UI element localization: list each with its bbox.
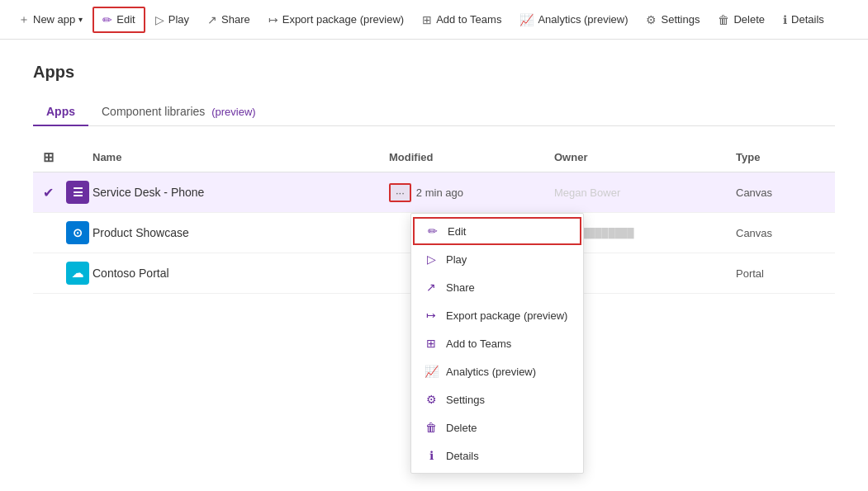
add-teams-label: Add to Teams bbox=[436, 13, 501, 26]
menu-export-label: Export package (preview) bbox=[446, 309, 567, 322]
edit-button[interactable]: ✏ Edit bbox=[92, 7, 145, 33]
row-icon-col: ☰ bbox=[63, 181, 92, 204]
add-teams-button[interactable]: ⊞ Add to Teams bbox=[414, 8, 510, 31]
settings-icon: ⚙ bbox=[646, 13, 657, 26]
details-button[interactable]: ℹ Details bbox=[775, 8, 832, 31]
menu-analytics-icon: 📈 bbox=[425, 365, 438, 378]
settings-label: Settings bbox=[661, 13, 700, 26]
tab-apps[interactable]: Apps bbox=[33, 98, 88, 126]
teams-icon: ⊞ bbox=[422, 13, 432, 26]
play-icon: ▷ bbox=[155, 13, 164, 26]
export-label: Export package (preview) bbox=[282, 13, 404, 26]
details-icon: ℹ bbox=[783, 13, 787, 26]
play-label: Play bbox=[168, 13, 189, 26]
menu-item-analytics[interactable]: 📈 Analytics (preview) bbox=[411, 357, 583, 385]
row-owner: Megan Bower bbox=[554, 186, 736, 199]
play-button[interactable]: ▷ Play bbox=[147, 8, 197, 31]
header-name: Name bbox=[92, 151, 389, 163]
menu-edit-label: Edit bbox=[448, 225, 466, 238]
menu-item-delete[interactable]: 🗑 Delete bbox=[411, 413, 583, 441]
row-type: Portal bbox=[736, 267, 835, 280]
header-check: ⊞ bbox=[33, 149, 63, 165]
edit-icon: ✏ bbox=[102, 13, 112, 26]
menu-delete-icon: 🗑 bbox=[425, 421, 438, 434]
share-label: Share bbox=[221, 13, 250, 26]
delete-icon: 🗑 bbox=[718, 13, 729, 26]
row-name: Service Desk - Phone bbox=[92, 186, 389, 199]
caret-icon: ▾ bbox=[78, 15, 83, 24]
share-icon: ↗ bbox=[207, 13, 217, 26]
tab-component-preview: (preview) bbox=[211, 106, 255, 118]
analytics-button[interactable]: 📈 Analytics (preview) bbox=[511, 8, 636, 31]
header-type: Type bbox=[736, 151, 835, 163]
analytics-label: Analytics (preview) bbox=[538, 13, 628, 26]
details-label: Details bbox=[791, 13, 824, 26]
menu-teams-icon: ⊞ bbox=[425, 337, 438, 350]
menu-play-label: Play bbox=[446, 253, 467, 266]
new-app-button[interactable]: ＋ New app ▾ bbox=[10, 7, 91, 32]
menu-share-icon: ↗ bbox=[425, 281, 438, 294]
menu-item-add-teams[interactable]: ⊞ Add to Teams bbox=[411, 329, 583, 357]
menu-share-label: Share bbox=[446, 281, 475, 294]
export-button[interactable]: ↦ Export package (preview) bbox=[260, 8, 412, 31]
menu-item-share[interactable]: ↗ Share bbox=[411, 273, 583, 301]
tab-component-label: Component libraries bbox=[102, 105, 205, 118]
header-modified: Modified bbox=[389, 151, 554, 163]
app-icon-letter: ⊙ bbox=[73, 226, 83, 239]
app-icon-letter: ☰ bbox=[73, 186, 83, 199]
edit-label: Edit bbox=[116, 13, 135, 26]
menu-delete-label: Delete bbox=[446, 422, 477, 434]
tab-component-libraries[interactable]: Component libraries (preview) bbox=[88, 98, 269, 126]
menu-details-icon: ℹ bbox=[425, 449, 438, 462]
app-icon: ☁ bbox=[66, 262, 89, 285]
filter-icon: ⊞ bbox=[43, 149, 54, 165]
row-type: Canvas bbox=[736, 186, 835, 199]
row-type: Canvas bbox=[736, 227, 835, 239]
table-header: ⊞ Name Modified Owner Type bbox=[33, 143, 835, 172]
tabs-bar: Apps Component libraries (preview) bbox=[33, 98, 835, 126]
modified-time: 2 min ago bbox=[416, 186, 463, 199]
page-title: Apps bbox=[33, 63, 835, 82]
new-app-label: New app bbox=[33, 13, 75, 26]
plus-icon: ＋ bbox=[18, 12, 30, 27]
header-owner: Owner bbox=[554, 151, 736, 163]
menu-settings-label: Settings bbox=[446, 394, 485, 406]
share-button[interactable]: ↗ Share bbox=[199, 8, 259, 31]
menu-settings-icon: ⚙ bbox=[425, 393, 438, 406]
export-icon: ↦ bbox=[268, 13, 278, 26]
menu-details-label: Details bbox=[446, 450, 479, 462]
context-menu: ✏ Edit ▷ Play ↗ Share ↦ Export package (… bbox=[410, 213, 584, 474]
menu-analytics-label: Analytics (preview) bbox=[446, 366, 536, 378]
menu-add-teams-label: Add to Teams bbox=[446, 338, 511, 350]
menu-item-details[interactable]: ℹ Details bbox=[411, 441, 583, 470]
menu-item-export[interactable]: ↦ Export package (preview) bbox=[411, 301, 583, 329]
row-name: Product Showcase bbox=[92, 226, 389, 239]
analytics-icon: 📈 bbox=[519, 13, 534, 26]
delete-button[interactable]: 🗑 Delete bbox=[709, 8, 773, 31]
menu-play-icon: ▷ bbox=[425, 253, 438, 266]
app-icon: ⊙ bbox=[66, 221, 89, 244]
tab-apps-label: Apps bbox=[46, 105, 75, 118]
row-icon-col: ☁ bbox=[63, 262, 92, 285]
row-check: ✔ bbox=[33, 185, 63, 201]
menu-export-icon: ↦ bbox=[425, 309, 438, 322]
menu-item-play[interactable]: ▷ Play bbox=[411, 245, 583, 273]
toolbar: ＋ New app ▾ ✏ Edit ▷ Play ↗ Share ↦ Expo… bbox=[0, 0, 868, 40]
ellipsis-button[interactable]: ··· bbox=[389, 183, 411, 202]
row-icon-col: ⊙ bbox=[63, 221, 92, 244]
row-name: Contoso Portal bbox=[92, 267, 389, 280]
menu-item-settings[interactable]: ⚙ Settings bbox=[411, 385, 583, 413]
checkmark-icon: ✔ bbox=[43, 185, 54, 201]
table-row[interactable]: ✔ ☰ Service Desk - Phone ··· 2 min ago M… bbox=[33, 172, 835, 213]
settings-button[interactable]: ⚙ Settings bbox=[638, 8, 708, 31]
menu-item-edit[interactable]: ✏ Edit bbox=[413, 217, 581, 245]
row-modified: ··· 2 min ago bbox=[389, 183, 554, 202]
app-icon: ☰ bbox=[66, 181, 89, 204]
menu-edit-icon: ✏ bbox=[426, 224, 439, 238]
delete-label: Delete bbox=[733, 13, 765, 26]
app-icon-letter: ☁ bbox=[72, 267, 83, 280]
